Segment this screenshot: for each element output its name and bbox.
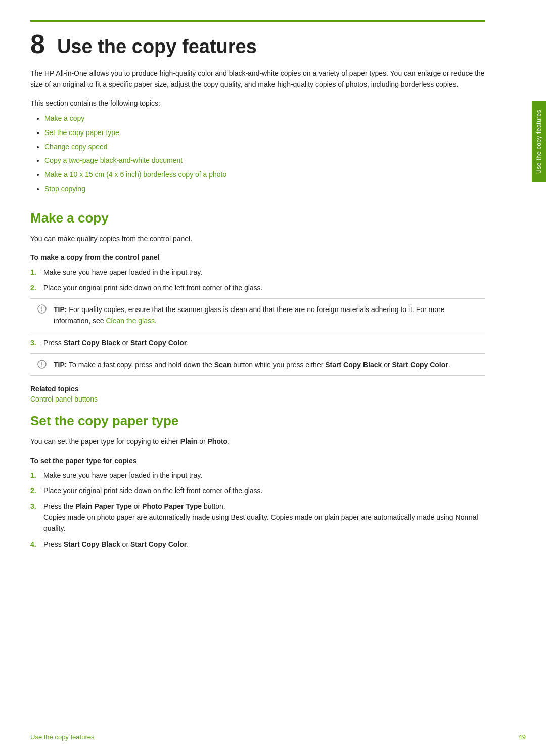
footer-left: Use the copy features xyxy=(30,733,94,741)
step-number: 3. xyxy=(30,501,38,535)
section-description-paper-type: You can set the paper type for copying t… xyxy=(30,436,485,447)
topics-intro: This section contains the following topi… xyxy=(30,98,485,109)
step3-paper-pre: Press the xyxy=(43,502,75,510)
list-item: 3. Press Start Copy Black or Start Copy … xyxy=(30,337,485,348)
step-text: Make sure you have paper loaded in the i… xyxy=(43,266,485,278)
subsection-heading-make-copy: To make a copy from the control panel xyxy=(30,253,485,261)
tip-box-1: TIP: For quality copies, ensure that the… xyxy=(30,298,485,332)
list-item: 1. Make sure you have paper loaded in th… xyxy=(30,266,485,278)
make-copy-steps: 1. Make sure you have paper loaded in th… xyxy=(30,266,485,293)
related-link-control-panel[interactable]: Control panel buttons xyxy=(30,395,485,403)
topic-link-make-copy[interactable]: Make a copy xyxy=(44,114,84,122)
step3-mid: or xyxy=(120,339,130,347)
step-number: 1. xyxy=(30,470,38,481)
list-item: 3. Press the Plain Paper Type or Photo P… xyxy=(30,501,485,535)
section-make-a-copy: Make a copy You can make quality copies … xyxy=(30,210,485,404)
list-item: Change copy speed xyxy=(44,141,485,153)
list-item: 1. Make sure you have paper loaded in th… xyxy=(30,470,485,481)
paper-type-bold1: Plain xyxy=(180,437,197,446)
tip-end-1: . xyxy=(155,317,157,325)
step3-paper-mid: or xyxy=(132,502,142,510)
step-number: 3. xyxy=(30,337,38,348)
footer: Use the copy features 49 xyxy=(30,733,526,741)
svg-point-5 xyxy=(41,366,42,367)
tip2-mid2: or xyxy=(382,361,392,369)
step3-paper-bold2: Photo Paper Type xyxy=(142,502,202,510)
paper-type-steps: 1. Make sure you have paper loaded in th… xyxy=(30,470,485,550)
tip2-bold2: Start Copy Black xyxy=(325,361,382,369)
tip2-bold1: Scan xyxy=(214,361,231,369)
step3-end: . xyxy=(187,339,189,347)
section-set-copy-paper-type: Set the copy paper type You can set the … xyxy=(30,413,485,550)
step-text: Place your original print side down on t… xyxy=(43,282,485,293)
tip-content-1: TIP: For quality copies, ensure that the… xyxy=(54,304,478,327)
tip-label-2: TIP: xyxy=(54,361,67,369)
chapter-number: 8 xyxy=(30,31,45,57)
chapter-title: Use the copy features xyxy=(57,36,257,58)
topics-list: Make a copy Set the copy paper type Chan… xyxy=(30,113,485,195)
subsection-heading-paper-type: To set the paper type for copies xyxy=(30,457,485,465)
step4-paper-mid: or xyxy=(120,540,130,548)
step-number: 2. xyxy=(30,282,38,293)
tip-content-2: TIP: To make a fast copy, press and hold… xyxy=(54,359,450,370)
step3-bold2: Start Copy Color xyxy=(130,339,187,347)
paper-type-bold2: Photo xyxy=(208,437,228,446)
step4-paper-pre: Press xyxy=(43,540,64,548)
step-text: Press Start Copy Black or Start Copy Col… xyxy=(43,337,485,348)
footer-page: 49 xyxy=(519,733,526,741)
step4-paper-bold2: Start Copy Color xyxy=(130,540,187,548)
list-item: Make a copy xyxy=(44,113,485,125)
step-text: Place your original print side down on t… xyxy=(43,485,485,496)
side-tab: Use the copy features xyxy=(532,101,546,182)
step3-paper-bold1: Plain Paper Type xyxy=(75,502,132,510)
step3-paper-subtext: Copies made on photo paper are automatic… xyxy=(43,513,478,532)
list-item: Stop copying xyxy=(44,183,485,195)
step-text: Press the Plain Paper Type or Photo Pape… xyxy=(43,501,485,535)
paper-type-desc-pre: You can set the paper type for copying t… xyxy=(30,437,180,446)
step3-text: Press xyxy=(43,339,64,347)
tip2-mid: button while you press either xyxy=(231,361,325,369)
tip-icon-1 xyxy=(37,304,48,314)
step-number: 1. xyxy=(30,266,38,278)
chapter-intro: The HP All-in-One allows you to produce … xyxy=(30,68,485,91)
step3-paper-end: button. xyxy=(202,502,225,510)
tip2-bold3: Start Copy Color xyxy=(392,361,448,369)
tip-box-2: TIP: To make a fast copy, press and hold… xyxy=(30,353,485,376)
list-item: Make a 10 x 15 cm (4 x 6 inch) borderles… xyxy=(44,169,485,181)
topic-link-borderless[interactable]: Make a 10 x 15 cm (4 x 6 inch) borderles… xyxy=(44,170,226,179)
section-heading-make-copy: Make a copy xyxy=(30,210,485,226)
list-item: 2. Place your original print side down o… xyxy=(30,485,485,496)
make-copy-step3: 3. Press Start Copy Black or Start Copy … xyxy=(30,337,485,348)
tip-icon-2 xyxy=(37,360,48,369)
chapter-header: 8 Use the copy features xyxy=(30,20,485,58)
step-number: 2. xyxy=(30,485,38,496)
section-heading-paper-type: Set the copy paper type xyxy=(30,413,485,429)
list-item: Copy a two-page black-and-white document xyxy=(44,155,485,167)
list-item: 2. Place your original print side down o… xyxy=(30,282,485,293)
step4-paper-end: . xyxy=(187,540,189,548)
step-text: Press Start Copy Black or Start Copy Col… xyxy=(43,539,485,550)
list-item: 4. Press Start Copy Black or Start Copy … xyxy=(30,539,485,550)
related-topics-heading: Related topics xyxy=(30,385,485,393)
paper-type-end: . xyxy=(228,437,230,446)
paper-type-mid: or xyxy=(197,437,207,446)
svg-point-2 xyxy=(41,310,42,311)
list-item: Set the copy paper type xyxy=(44,127,485,139)
tip-label-1: TIP: xyxy=(54,305,67,314)
step3-bold1: Start Copy Black xyxy=(64,339,120,347)
step-number: 4. xyxy=(30,539,38,550)
tip2-end: . xyxy=(448,361,450,369)
topic-link-paper-type[interactable]: Set the copy paper type xyxy=(44,128,119,137)
step-text: Make sure you have paper loaded in the i… xyxy=(43,470,485,481)
tip-link-clean-glass[interactable]: Clean the glass xyxy=(106,317,155,325)
step4-paper-bold1: Start Copy Black xyxy=(64,540,120,548)
tip-text-2: To make a fast copy, press and hold down… xyxy=(69,361,214,369)
section-description-make-copy: You can make quality copies from the con… xyxy=(30,233,485,244)
topic-link-stop-copying[interactable]: Stop copying xyxy=(44,185,85,193)
topic-link-copy-speed[interactable]: Change copy speed xyxy=(44,143,108,151)
topic-link-two-page[interactable]: Copy a two-page black-and-white document xyxy=(44,156,183,164)
